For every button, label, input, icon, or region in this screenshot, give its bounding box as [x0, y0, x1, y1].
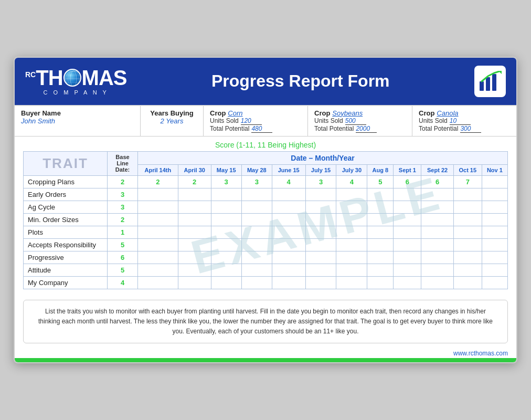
- crop-canola-section: Crop Canola Units Sold 10 Total Potentia…: [412, 106, 516, 136]
- score-cell: [211, 201, 241, 213]
- baseline-column-header: Base Line Date:: [108, 151, 138, 175]
- score-cell: [336, 213, 367, 226]
- trait-column-header: TRAIT: [24, 151, 108, 175]
- score-cell: [453, 226, 482, 238]
- score-cell: [482, 264, 507, 276]
- trait-name-cell: Accepts Responsibility: [24, 238, 108, 251]
- score-cell: [482, 238, 507, 251]
- score-cell: [394, 276, 421, 289]
- date-column-header: Sept 1: [394, 164, 421, 175]
- score-cell: [305, 201, 336, 213]
- table-container: EXAMPLE TRAIT Base Line Date: Date – Mon…: [15, 151, 516, 295]
- date-column-header: July 15: [305, 164, 336, 175]
- score-cell: [241, 213, 272, 226]
- years-buying-label: Years Buying: [147, 109, 197, 117]
- score-cell: 4: [272, 175, 305, 188]
- table-wrapper: EXAMPLE TRAIT Base Line Date: Date – Mon…: [23, 151, 508, 289]
- score-cell: 3: [211, 175, 241, 188]
- score-cell: [482, 251, 507, 264]
- score-cell: [482, 201, 507, 213]
- crop-corn-label: Crop: [210, 109, 226, 117]
- score-cell: [272, 201, 305, 213]
- score-cell: [336, 201, 367, 213]
- score-cell: [211, 276, 241, 289]
- date-column-header: June 15: [272, 164, 305, 175]
- score-cell: [421, 251, 453, 264]
- score-cell: [211, 264, 241, 276]
- units-sold-value-soybeans: 500: [345, 117, 366, 125]
- baseline-value-cell: 6: [108, 251, 138, 264]
- score-cell: [178, 213, 211, 226]
- score-cell: [394, 213, 421, 226]
- buyer-name-label: Buyer Name: [21, 109, 134, 117]
- score-cell: [453, 213, 482, 226]
- info-bar: Buyer Name John Smith Years Buying 2 Yea…: [15, 105, 516, 136]
- date-column-header: April 30: [178, 164, 211, 175]
- crop-canola-name: Canola: [437, 109, 458, 117]
- score-cell: [482, 175, 507, 188]
- score-cell: 2: [138, 175, 178, 188]
- score-cell: [453, 251, 482, 264]
- score-cell: [394, 264, 421, 276]
- trait-name-cell: Cropping Plans: [24, 175, 108, 188]
- crop-soybeans-name: Soybeans: [332, 109, 363, 117]
- score-cell: [272, 213, 305, 226]
- logo-box: RC TH MAS C O: [25, 67, 126, 96]
- page: RC TH MAS C O: [14, 57, 517, 364]
- date-column-header: May 28: [241, 164, 272, 175]
- baseline-value-cell: 1: [108, 226, 138, 238]
- score-cell: [178, 188, 211, 201]
- trait-name-cell: Min. Order Sizes: [24, 213, 108, 226]
- score-cell: [211, 238, 241, 251]
- crop-corn-total-line: Total Potential 480: [210, 125, 301, 133]
- score-cell: [367, 213, 394, 226]
- trait-name-cell: My Company: [24, 276, 108, 289]
- score-cell: [394, 201, 421, 213]
- date-column-header: Sept 22: [421, 164, 453, 175]
- baseline-value-cell: 4: [108, 276, 138, 289]
- score-cell: [421, 264, 453, 276]
- score-cell: [336, 226, 367, 238]
- score-cell: [367, 201, 394, 213]
- score-cell: [272, 251, 305, 264]
- score-cell: [367, 188, 394, 201]
- score-cell: [453, 238, 482, 251]
- table-row: Plots1: [24, 226, 508, 238]
- score-cell: [272, 226, 305, 238]
- score-cell: [241, 264, 272, 276]
- table-row: Early Orders3: [24, 188, 508, 201]
- date-column-header: Nov 1: [482, 164, 507, 175]
- header-title: Progress Report Form: [126, 71, 474, 91]
- logo-area: RC TH MAS C O: [25, 67, 126, 96]
- total-potential-label-corn: Total Potential: [210, 125, 249, 132]
- score-cell: [178, 226, 211, 238]
- trait-tbody: Cropping Plans222334345667Early Orders3A…: [24, 175, 508, 289]
- units-sold-label-corn: Units Sold: [210, 117, 239, 124]
- score-cell: [336, 276, 367, 289]
- score-cell: [305, 264, 336, 276]
- score-cell: [336, 238, 367, 251]
- crop-canola-total-line: Total Potential 300: [419, 125, 510, 133]
- footer-note: List the traits you wish to monitor with…: [23, 300, 508, 344]
- logo-rc: RC: [25, 70, 36, 85]
- score-cell: 2: [178, 175, 211, 188]
- score-cell: [178, 264, 211, 276]
- score-cell: 7: [453, 175, 482, 188]
- crop-corn-units-line: Units Sold 120: [210, 117, 301, 125]
- trait-name-cell: Early Orders: [24, 188, 108, 201]
- baseline-value-cell: 2: [108, 175, 138, 188]
- date-month-year-header: Date – Month/Year: [138, 151, 508, 164]
- score-cell: [421, 238, 453, 251]
- score-cell: [305, 251, 336, 264]
- total-potential-value-canola: 300: [460, 125, 481, 133]
- score-cell: [211, 188, 241, 201]
- score-cell: [394, 251, 421, 264]
- date-column-header: July 30: [336, 164, 367, 175]
- table-row: Cropping Plans222334345667: [24, 175, 508, 188]
- crop-corn-section: Crop Corn Units Sold 120 Total Potential…: [204, 106, 308, 136]
- score-cell: [305, 188, 336, 201]
- date-column-header: Aug 8: [367, 164, 394, 175]
- score-cell: [336, 264, 367, 276]
- score-cell: [453, 264, 482, 276]
- score-cell: [211, 213, 241, 226]
